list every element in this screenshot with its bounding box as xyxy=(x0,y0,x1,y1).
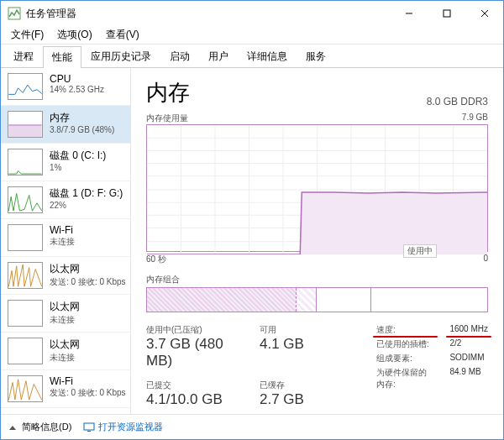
titlebar: 任务管理器 xyxy=(1,1,503,26)
wifi-thumb-icon xyxy=(8,375,43,402)
page-title: 内存 xyxy=(146,78,190,107)
sidebar-item-memory[interactable]: 内存3.8/7.9 GB (48%) xyxy=(1,106,130,144)
tab-app-history[interactable]: 应用历史记录 xyxy=(81,45,160,67)
ethernet-thumb-icon xyxy=(8,338,43,364)
disk-thumb-icon xyxy=(8,186,43,213)
tabbar: 进程 性能 应用历史记录 启动 用户 详细信息 服务 xyxy=(1,45,503,68)
sidebar-item-label: Wi-Fi xyxy=(50,375,123,387)
memory-composition-bar xyxy=(146,287,488,312)
sidebar-item-label: 磁盘 0 (C: I:) xyxy=(50,149,123,163)
ethernet-thumb-icon xyxy=(8,262,43,289)
sidebar-item-detail: 3.8/7.9 GB (48%) xyxy=(50,125,123,134)
sidebar-item-detail: 14% 2.53 GHz xyxy=(50,85,123,94)
page-subtitle: 8.0 GB DDR3 xyxy=(427,96,488,107)
sidebar-item-label: CPU xyxy=(50,73,123,85)
svg-rect-26 xyxy=(87,431,91,432)
info-slots-value: 2/2 xyxy=(449,338,488,350)
tab-startup[interactable]: 启动 xyxy=(160,45,199,67)
stat-available: 可用 4.1 GB xyxy=(260,324,356,369)
sidebar-item-detail: 未连接 xyxy=(50,314,123,326)
ethernet-thumb-icon xyxy=(8,300,43,327)
sidebar-item-detail: 发送: 0 接收: 0 Kbps xyxy=(50,276,123,288)
tab-process[interactable]: 进程 xyxy=(4,45,43,67)
chevron-up-icon xyxy=(9,426,16,430)
sidebar-item-label: 内存 xyxy=(50,111,123,125)
sidebar-item-label: 以太网 xyxy=(50,338,123,352)
chart-x-left: 60 秒 xyxy=(146,254,166,265)
sidebar-item-label: 以太网 xyxy=(50,300,123,314)
svg-rect-2 xyxy=(444,10,450,17)
info-speed-label: 速度: xyxy=(376,324,434,336)
stat-cached: 已缓存 2.7 GB xyxy=(260,380,356,408)
sidebar-item-disk1[interactable]: 磁盘 1 (D: F: G:)22% xyxy=(1,181,130,219)
comp-modified xyxy=(297,288,317,312)
tab-details[interactable]: 详细信息 xyxy=(238,45,297,67)
using-label: 使用中 xyxy=(403,244,437,258)
info-speed-value: 1600 MHz xyxy=(449,324,488,336)
svg-rect-5 xyxy=(8,125,41,137)
chart-usage-label: 内存使用量 xyxy=(146,113,188,124)
sidebar-item-ethernet[interactable]: 以太网发送: 0 接收: 0 Kbps xyxy=(1,257,130,295)
tab-performance[interactable]: 性能 xyxy=(43,46,81,68)
comp-standby xyxy=(317,288,371,312)
comp-used xyxy=(147,288,297,312)
sidebar-item-detail: 未连接 xyxy=(50,352,123,364)
menubar: 文件(F) 选项(O) 查看(V) xyxy=(1,26,503,45)
sidebar-item-label: 磁盘 1 (D: F: G:) xyxy=(50,186,123,201)
fewer-details-button[interactable]: 简略信息(D) xyxy=(9,421,71,433)
close-button[interactable] xyxy=(465,1,503,26)
footer: 简略信息(D) 打开资源监视器 xyxy=(1,414,503,439)
tab-services[interactable]: 服务 xyxy=(297,45,335,67)
window-title: 任务管理器 xyxy=(26,7,390,21)
sidebar-item-ethernet[interactable]: 以太网未连接 xyxy=(1,295,130,333)
info-form-value: SODIMM xyxy=(449,353,488,364)
tab-users[interactable]: 用户 xyxy=(199,45,238,67)
menu-options[interactable]: 选项(O) xyxy=(50,26,98,44)
info-reserved-label: 为硬件保留的内存: xyxy=(376,367,434,390)
sidebar-item-detail: 1% xyxy=(50,163,123,172)
sidebar-item-disk0[interactable]: 磁盘 0 (C: I:)1% xyxy=(1,144,130,181)
chart-x-right: 0 xyxy=(483,254,488,265)
comp-free xyxy=(371,288,487,312)
composition-label: 内存组合 xyxy=(146,274,488,285)
info-slots-label: 已使用的插槽: xyxy=(376,338,434,350)
menu-view[interactable]: 查看(V) xyxy=(99,26,146,44)
sidebar-item-detail: 发送: 0 接收: 0 Kbps xyxy=(50,387,123,399)
stat-committed: 已提交 4.1/10.0 GB xyxy=(146,380,243,408)
disk-thumb-icon xyxy=(8,149,43,175)
minimize-button[interactable] xyxy=(390,1,428,26)
cpu-thumb-icon xyxy=(8,73,43,100)
memory-usage-chart: 使用中 xyxy=(146,124,488,252)
sidebar-item-ethernet[interactable]: 以太网未连接 xyxy=(1,333,130,370)
menu-file[interactable]: 文件(F) xyxy=(4,26,50,44)
sidebar-item-detail: 未连接 xyxy=(50,236,123,248)
chart-max-label: 7.9 GB xyxy=(462,113,488,124)
sidebar-item-wifi[interactable]: Wi-Fi发送: 0 接收: 0 Kbps xyxy=(1,370,130,408)
main-panel: 内存 8.0 GB DDR3 内存使用量 7.9 GB xyxy=(131,68,503,414)
svg-rect-25 xyxy=(84,423,94,430)
sidebar: CPU14% 2.53 GHz 内存3.8/7.9 GB (48%) 磁盘 0 … xyxy=(1,68,131,414)
sidebar-item-label: Wi-Fi xyxy=(50,224,123,236)
maximize-button[interactable] xyxy=(428,1,465,26)
sidebar-item-label: 以太网 xyxy=(50,262,123,276)
sidebar-item-detail: 22% xyxy=(50,201,123,210)
app-icon xyxy=(8,7,21,20)
wifi-thumb-icon xyxy=(8,224,43,251)
memory-thumb-icon xyxy=(8,111,43,138)
monitor-icon xyxy=(83,422,95,433)
open-resource-monitor-link[interactable]: 打开资源监视器 xyxy=(83,421,163,433)
info-reserved-value: 84.9 MB xyxy=(449,367,488,390)
stat-used: 使用中(已压缩) 3.7 GB (480 MB) xyxy=(146,324,243,369)
info-form-label: 组成要素: xyxy=(376,353,434,364)
sidebar-item-cpu[interactable]: CPU14% 2.53 GHz xyxy=(1,68,130,106)
sidebar-item-wifi[interactable]: Wi-Fi未连接 xyxy=(1,219,130,257)
